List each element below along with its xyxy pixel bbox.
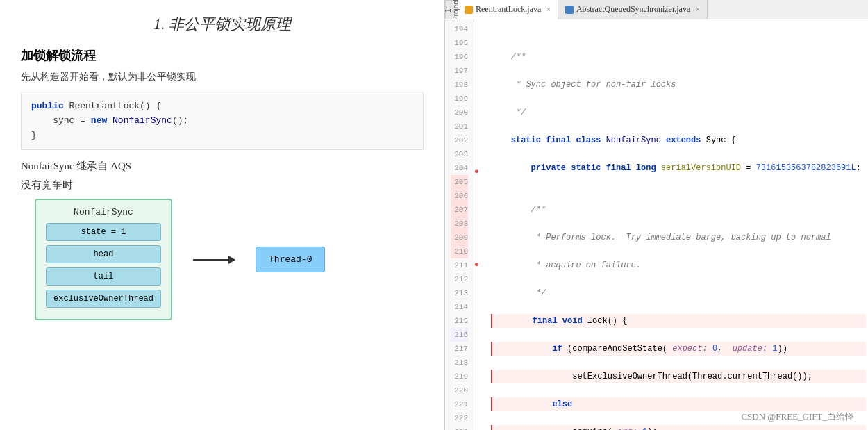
main-title: 1. 非公平锁实现原理 [21, 14, 424, 35]
code-line-209: acquire( arg: 1); [491, 425, 866, 430]
code-content[interactable]: /** * Sync object for non-fair locks */ … [485, 19, 868, 430]
breakpoint-icon-2[interactable]: ● [474, 258, 485, 271]
arrow-shaft [193, 259, 235, 261]
watermark: CSDN @FREE_GIFT_白给怪 [741, 411, 854, 423]
code-line-195: /** [491, 50, 866, 64]
field-head: head [46, 245, 161, 263]
tab-close-icon[interactable]: × [546, 6, 551, 13]
code-line-198: static final class NonfairSync extends S… [491, 133, 866, 147]
tab-reentrantlock[interactable]: ReentrantLock.java × [458, 0, 558, 19]
field-tail: tail [46, 267, 161, 286]
code-gutter: ● ● [474, 19, 485, 430]
breakpoint-icon[interactable]: ● [474, 165, 485, 179]
section-heading: 加锁解锁流程 [21, 47, 424, 64]
nonfairsync-box: NonfairSync state = 1 head tail exclusiv… [35, 199, 172, 320]
java-file-icon [465, 6, 473, 14]
tab-close-icon-2[interactable]: × [696, 6, 700, 13]
no-contention-label: 没有竞争时 [21, 179, 424, 192]
code-line-207: setExclusiveOwnerThread(Thread.currentTh… [491, 370, 866, 383]
project-tab[interactable]: 1: Project [445, 0, 458, 19]
diagram-container: NonfairSync state = 1 head tail exclusiv… [21, 199, 424, 320]
code-line-199: private static final long serialVersionU… [491, 161, 866, 175]
tab-aqs[interactable]: AbstractQueuedSynchronizer.java × [558, 0, 708, 19]
code-line-196: * Sync object for non-fair locks [491, 78, 866, 92]
code-line-208: else [491, 397, 866, 411]
nonfairsync-label: NonfairSync 继承自 AQS [21, 160, 424, 173]
code-line-204: */ [491, 286, 866, 300]
code-line-203: * acquire on failure. [491, 258, 866, 272]
arrow [193, 259, 235, 261]
field-state: state = 1 [46, 223, 161, 241]
left-panel: 1. 非公平锁实现原理 加锁解锁流程 先从构造器开始看，默认为非公平锁实现 pu… [0, 0, 444, 430]
tab-bar: 1: Project ReentrantLock.java × Abstract… [445, 0, 868, 19]
code-line-202: * Performs lock. Try immediate barge, ba… [491, 231, 866, 245]
editor-area[interactable]: 194 195 196 197 198 199 200 201 202 203 … [445, 19, 868, 430]
class-name: NonfairSync [46, 207, 161, 217]
code-block: public ReentrantLock() { sync = new Nonf… [21, 92, 424, 150]
right-panel: 1: Project ReentrantLock.java × Abstract… [444, 0, 868, 430]
code-line-205: final void lock() { [491, 314, 866, 328]
code-line-206: if (compareAndSetState( expect: 0, updat… [491, 342, 866, 356]
description-text: 先从构造器开始看，默认为非公平锁实现 [21, 71, 424, 83]
java-file-icon-2 [565, 6, 574, 14]
code-line-197: */ [491, 106, 866, 119]
editor-wrapper: 194 195 196 197 198 199 200 201 202 203 … [445, 19, 868, 430]
field-exclusive-owner: exclusiveOwnerThread [46, 290, 161, 308]
code-line-201: /** [491, 203, 866, 217]
line-numbers: 194 195 196 197 198 199 200 201 202 203 … [445, 19, 474, 430]
thread-box: Thread-0 [256, 247, 325, 272]
